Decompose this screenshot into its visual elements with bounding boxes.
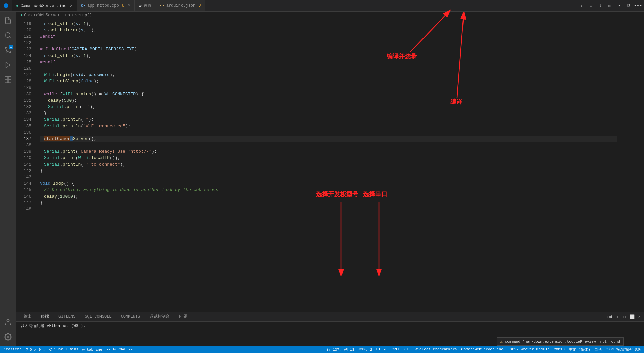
code-line-121: #endif	[40, 33, 617, 40]
clock-icon: ⏱	[49, 347, 53, 352]
status-csdn[interactable]: CSDN @花雪陌风不厌务	[606, 347, 641, 352]
panel-max-button[interactable]: ⬜	[629, 314, 635, 320]
panel-close-button[interactable]: ×	[637, 314, 641, 320]
code-line-135: Serial.println("WiFi connected");	[40, 123, 617, 129]
warning-icon: ⚠	[500, 339, 503, 344]
svg-point-9	[5, 47, 7, 49]
status-lineending[interactable]: CRLF	[392, 347, 400, 351]
code-line-134: Serial.println("");	[40, 116, 617, 123]
tab-settings-label: 设置	[144, 3, 152, 9]
panel-cmd-label: cmd	[605, 314, 613, 320]
activity-files[interactable]	[2, 14, 14, 27]
tab-ino-close[interactable]: ×	[70, 4, 72, 8]
status-branch[interactable]: ⑂ master*	[3, 347, 22, 351]
svg-rect-14	[8, 80, 11, 83]
breadcrumb-file: ●	[20, 13, 23, 18]
svg-rect-12	[8, 77, 11, 79]
code-line-129	[40, 84, 617, 91]
activity-settings-bottom[interactable]	[2, 331, 14, 343]
tab-json-label: arduino.json	[166, 3, 195, 8]
code-line-120: s→set_hmirror(s, 1);	[40, 27, 617, 33]
status-spaces[interactable]: 空格: 2	[358, 347, 372, 352]
tab-settings-icon: ⚙	[139, 3, 141, 8]
tab-cpp-modified: U	[122, 3, 124, 8]
code-editor[interactable]: 119120121122 123124125126 127128129130 1…	[16, 19, 644, 312]
status-auto[interactable]: 自动	[594, 347, 602, 352]
status-locale[interactable]: 中文 (简体)	[569, 347, 590, 352]
code-line-125: #endif	[40, 59, 617, 65]
download-icon[interactable]: ↓	[597, 2, 604, 9]
panel-tabs: 输出 终端 GITLENS SQL CONSOLE COMMENTS 调试控制台…	[16, 312, 644, 322]
status-port[interactable]: COM18	[554, 347, 565, 351]
mode-label: -- NORMAL --	[107, 347, 133, 351]
code-line-123: #if defined(CAMERA_MODEL_ESP32S3_EYE)	[40, 46, 617, 52]
tab-settings[interactable]: ⚙ 设置	[135, 0, 156, 11]
status-encoding[interactable]: UTF-8	[376, 347, 388, 351]
history-icon[interactable]: ↺	[616, 2, 622, 9]
activity-git[interactable]: 1	[2, 44, 14, 56]
code-line-122	[40, 40, 617, 46]
status-board[interactable]: CameraWebServer.ino	[461, 347, 503, 351]
run-icon[interactable]: ▷	[578, 2, 585, 9]
code-line-141: Serial.println("' to connect");	[40, 161, 617, 168]
code-line-138	[40, 142, 617, 148]
panel-tab-gitlens[interactable]: GITLENS	[54, 312, 80, 321]
code-line-131: delay(500);	[40, 97, 617, 104]
tab-json[interactable]: {} arduino.json U	[156, 0, 205, 11]
status-bar: ⑂ master* ⟳ 0 △ 0 ↓ ⏱ 1 hr 7 mins ◎ tabn…	[0, 346, 644, 353]
activity-accounts[interactable]	[2, 316, 14, 328]
tab-ino[interactable]: ● CameraWebServer.ino ×	[12, 0, 77, 11]
status-target[interactable]: ESP32 Wrover Module	[508, 347, 550, 351]
svg-rect-11	[5, 77, 8, 79]
status-time: ⏱ 1 hr 7 mins	[49, 347, 78, 352]
panel-tab-sql[interactable]: SQL CONSOLE	[80, 312, 116, 321]
git-branch-icon: ⑂	[3, 347, 5, 351]
status-programmer[interactable]: <Select Programmer>	[415, 347, 457, 351]
panel-add-button[interactable]: ＋	[615, 313, 620, 321]
panel-tab-problems[interactable]: 问题	[174, 312, 192, 321]
tab-cpp-close[interactable]: ×	[128, 3, 130, 8]
more-icon[interactable]: •••	[635, 2, 641, 9]
line-numbers: 119120121122 123124125126 127128129130 1…	[16, 19, 35, 312]
status-sync[interactable]: ⟳ 0 △ 0 ↓	[26, 347, 45, 352]
activity-search[interactable]	[2, 29, 14, 41]
settings-icon[interactable]: ⚙	[588, 2, 594, 9]
status-language[interactable]: C++	[404, 347, 411, 351]
code-line-139: Serial.print("Camera Ready! Use 'http://…	[40, 148, 617, 155]
time-value: 1 hr 7 mins	[54, 347, 78, 351]
svg-line-7	[9, 37, 11, 38]
panel-tab-debug[interactable]: 调试控制台	[145, 312, 174, 321]
terminal-text: 以太网适配器 vEthernet (WSL):	[20, 324, 85, 328]
code-line-147: }	[40, 200, 617, 206]
minimap	[617, 19, 644, 312]
code-content[interactable]: s→set_vflip(s, 1); s→set_hmirror(s, 1); …	[35, 19, 617, 312]
status-position[interactable]: 行 137, 列 13	[327, 347, 354, 352]
panel-tab-comments[interactable]: COMMENTS	[116, 312, 145, 321]
tab-ino-dot: ●	[16, 4, 18, 8]
code-line-119: s→set_vflip(s, 1);	[40, 21, 617, 27]
sync-icon: ⟳	[26, 347, 29, 352]
code-line-137: startCameraServer();	[40, 136, 617, 142]
layout-icon[interactable]: ⊞	[606, 2, 613, 9]
status-tabnine: ◎ tabnine	[82, 347, 102, 352]
panel-tab-output[interactable]: 输出	[19, 312, 36, 321]
tab-json-modified: U	[198, 3, 201, 8]
activity-debug[interactable]	[2, 59, 14, 71]
tab-ino-label: CameraWebServer.ino	[21, 4, 67, 8]
code-line-143	[40, 174, 617, 180]
code-line-146: delay(10000);	[40, 193, 617, 200]
editor-area: ● CameraWebServer.ino › setup() 11912012…	[16, 12, 644, 346]
code-line-126	[40, 65, 617, 72]
code-line-148	[40, 206, 617, 212]
code-line-136	[40, 129, 617, 136]
panel-tab-terminal[interactable]: 终端	[36, 312, 54, 321]
split-icon[interactable]: ⧉	[625, 2, 632, 9]
svg-point-15	[7, 319, 9, 322]
tab-cpp[interactable]: C• app_httpd.cpp U ×	[77, 0, 135, 11]
status-right: 行 137, 列 13 空格: 2 UTF-8 CRLF C++ <Select…	[327, 347, 641, 352]
panel-split-button[interactable]: ⊟	[622, 314, 627, 320]
svg-point-8	[9, 51, 11, 53]
activity-extensions[interactable]	[2, 74, 14, 86]
title-bar: ● CameraWebServer.ino × C• app_httpd.cpp…	[0, 0, 644, 12]
code-line-144: void loop() {	[40, 180, 617, 187]
